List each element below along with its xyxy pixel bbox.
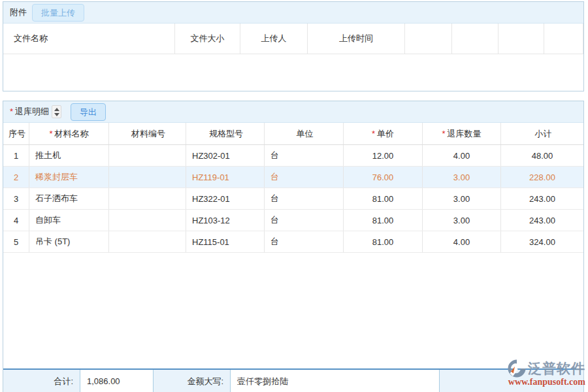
row-material-name: 自卸车 [29, 210, 109, 231]
row-seq: 1 [3, 145, 29, 166]
row-unit: 台 [265, 188, 344, 209]
row-unit-price: 81.00 [344, 210, 423, 231]
return-details-title: *退库明细 [10, 106, 49, 118]
spinner-stepper[interactable] [52, 105, 61, 118]
column-header-material-name: *材料名称 [29, 123, 109, 144]
attachments-table-header: 文件名称 文件大小 上传人 上传时间 [3, 24, 583, 54]
row-seq: 2 [3, 167, 29, 188]
row-subtotal: 243.00 [501, 188, 583, 209]
table-row[interactable]: 5 吊卡 (5T) HZ115-01 台 81.00 4.00 324.00 [3, 231, 583, 253]
row-unit: 台 [265, 167, 344, 188]
column-header-seq: 序号 [3, 123, 29, 144]
row-return-qty: 3.00 [423, 188, 501, 209]
row-return-qty: 4.00 [423, 231, 501, 252]
total-label: 合计: [3, 370, 80, 392]
row-return-qty: 4.00 [423, 145, 501, 166]
footer-empty-cell [440, 370, 583, 392]
row-unit: 台 [265, 231, 344, 252]
column-header-material-code: 材料编号 [109, 123, 186, 144]
details-table-header: 序号 *材料名称 材料编号 规格型号 单位 *单价 *退库数量 小计 [3, 123, 583, 145]
return-details-panel-header: *退库明细 导出 [3, 101, 583, 123]
row-material-name: 推土机 [29, 145, 109, 166]
amount-words-value: 壹仟零捌拾陆 [231, 370, 440, 392]
row-spec-model: HZ115-01 [186, 231, 265, 252]
row-seq: 4 [3, 210, 29, 231]
amount-words-label: 金额大写: [154, 370, 231, 392]
row-unit-price: 81.00 [344, 231, 423, 252]
table-row[interactable]: 4 自卸车 HZ103-12 台 81.00 3.00 243.00 [3, 210, 583, 231]
row-return-qty: 3.00 [423, 210, 501, 231]
row-spec-model: HZ302-01 [186, 145, 265, 166]
row-subtotal: 48.00 [501, 145, 583, 166]
row-unit-price: 81.00 [344, 188, 423, 209]
column-header-uploader: 上传人 [240, 24, 308, 54]
column-header-return-qty: *退库数量 [423, 123, 501, 144]
row-spec-model: HZ322-01 [186, 188, 265, 209]
column-header-file-size: 文件大小 [175, 24, 240, 54]
row-seq: 3 [3, 188, 29, 209]
row-material-code [109, 167, 186, 188]
row-material-code [109, 188, 186, 209]
column-header-empty [498, 24, 544, 54]
column-header-subtotal: 小计 [501, 123, 583, 144]
required-marker: * [10, 106, 13, 116]
attachments-title: 附件 [10, 7, 27, 18]
column-header-unit-price: *单价 [344, 123, 423, 144]
row-material-code [109, 145, 186, 166]
row-subtotal: 228.00 [501, 167, 583, 188]
row-subtotal: 243.00 [501, 210, 583, 231]
table-row[interactable]: 3 石子洒布车 HZ322-01 台 81.00 3.00 243.00 [3, 188, 583, 210]
row-spec-model: HZ119-01 [186, 167, 265, 188]
totals-footer: 合计: 1,086.00 金额大写: 壹仟零捌拾陆 [3, 368, 583, 392]
attachments-panel: 附件 批量上传 文件名称 文件大小 上传人 上传时间 [3, 1, 584, 91]
row-material-code [109, 231, 186, 252]
table-row-selected[interactable]: 2 稀浆封层车 HZ119-01 台 76.00 3.00 228.00 [3, 167, 583, 188]
column-header-spec-model: 规格型号 [186, 123, 265, 144]
row-unit-price: 76.00 [344, 167, 423, 188]
column-header-empty [405, 24, 452, 54]
row-seq: 5 [3, 231, 29, 252]
row-material-name: 吊卡 (5T) [29, 231, 109, 252]
row-material-name: 石子洒布车 [29, 188, 109, 209]
return-details-panel: *退库明细 导出 序号 *材料名称 材料编号 规格型号 单位 *单价 *退库数量… [3, 101, 584, 392]
total-value: 1,086.00 [80, 370, 154, 392]
attachments-panel-header: 附件 批量上传 [3, 2, 583, 24]
table-row[interactable]: 1 推土机 HZ302-01 台 12.00 4.00 48.00 [3, 145, 583, 167]
row-unit-price: 12.00 [344, 145, 423, 166]
row-unit: 台 [265, 145, 344, 166]
row-material-name: 稀浆封层车 [29, 167, 109, 188]
column-header-empty [544, 24, 583, 54]
row-return-qty: 3.00 [423, 167, 501, 188]
row-subtotal: 324.00 [501, 231, 583, 252]
column-header-file-name: 文件名称 [3, 24, 175, 54]
column-header-empty [452, 24, 498, 54]
spinner-down-icon[interactable] [54, 113, 59, 116]
row-material-code [109, 210, 186, 231]
column-header-unit: 单位 [265, 123, 344, 144]
row-unit: 台 [265, 210, 344, 231]
batch-upload-button[interactable]: 批量上传 [32, 4, 84, 22]
column-header-upload-time: 上传时间 [308, 24, 405, 54]
export-button[interactable]: 导出 [71, 103, 106, 121]
row-spec-model: HZ103-12 [186, 210, 265, 231]
spinner-up-icon[interactable] [54, 108, 59, 111]
attachments-empty-body [3, 54, 583, 90]
